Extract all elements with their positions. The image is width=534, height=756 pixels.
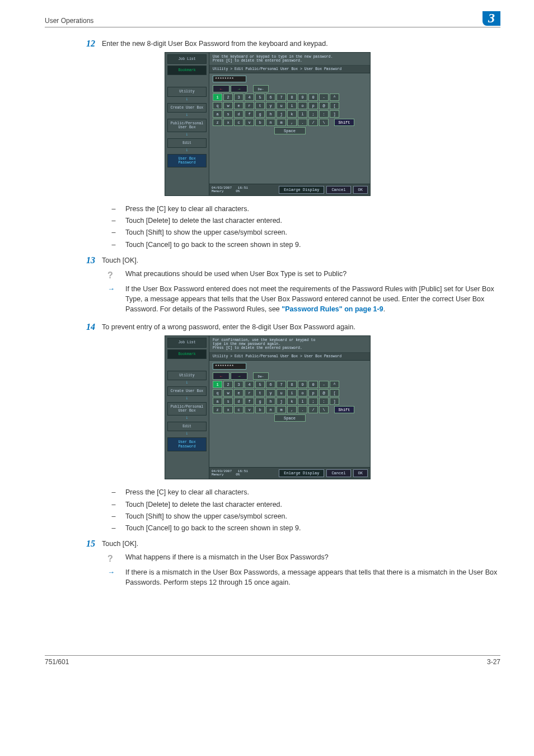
key[interactable]: ] (330, 398, 339, 405)
key[interactable]: x (223, 406, 233, 413)
key-right-arrow[interactable]: → (231, 85, 247, 92)
key[interactable]: \ (319, 406, 329, 413)
key[interactable]: ; (308, 110, 318, 118)
key[interactable]: 2 (223, 94, 233, 101)
key[interactable]: 7 (277, 94, 286, 101)
key[interactable]: 1 (213, 381, 222, 388)
crumb-public-personal[interactable]: Public/Personal User Box (167, 119, 207, 132)
key[interactable]: l (298, 398, 307, 405)
key[interactable]: r (245, 389, 254, 396)
key[interactable]: ^ (330, 381, 339, 388)
key[interactable]: o (298, 102, 307, 109)
crumb-utility[interactable]: Utility (167, 371, 207, 380)
ok-button[interactable]: OK (353, 186, 368, 194)
key[interactable]: \ (319, 119, 329, 126)
key[interactable]: 7 (277, 381, 286, 388)
key-shift[interactable]: Shift (334, 406, 354, 413)
key[interactable]: 9 (298, 381, 307, 388)
key[interactable]: @ (319, 389, 329, 396)
key[interactable]: 5 (255, 381, 265, 388)
key[interactable]: v (245, 119, 254, 126)
key[interactable]: j (277, 110, 286, 118)
key[interactable]: [ (330, 389, 339, 396)
key[interactable]: q (213, 389, 222, 396)
key[interactable]: : (319, 398, 329, 405)
key[interactable]: w (223, 389, 233, 396)
key[interactable]: - (319, 94, 329, 101)
key[interactable]: v (245, 406, 254, 413)
cancel-button[interactable]: Cancel (326, 186, 350, 194)
enlarge-display-button[interactable]: Enlarge Display (279, 469, 324, 477)
key[interactable]: k (287, 110, 297, 118)
key[interactable]: l (298, 110, 307, 118)
key-shift[interactable]: Shift (334, 119, 354, 126)
crumb-edit[interactable]: Edit (167, 422, 207, 431)
key[interactable]: i (287, 102, 297, 109)
key[interactable]: g (255, 398, 265, 405)
tab-job-list[interactable]: Job List (167, 338, 207, 347)
key[interactable]: a (213, 110, 222, 118)
key[interactable]: ; (308, 398, 318, 405)
crumb-create-user-box[interactable]: Create User Box (167, 103, 207, 113)
key[interactable]: - (319, 381, 329, 388)
key[interactable]: 0 (308, 381, 318, 388)
key[interactable]: m (277, 406, 286, 413)
key[interactable]: z (213, 119, 222, 126)
key[interactable]: y (266, 389, 275, 396)
key[interactable]: w (223, 102, 233, 109)
key[interactable]: c (234, 119, 243, 126)
key[interactable]: . (298, 119, 307, 126)
crumb-user-box-password[interactable]: User Box Password (167, 437, 207, 451)
key[interactable]: t (255, 102, 265, 109)
tab-bookmark[interactable]: Bookmark (167, 349, 207, 359)
key[interactable]: e (234, 389, 243, 396)
key[interactable]: 4 (245, 381, 254, 388)
key[interactable]: @ (319, 102, 329, 109)
cancel-button[interactable]: Cancel (326, 469, 350, 477)
key[interactable]: s (223, 398, 233, 405)
key[interactable]: 3 (234, 381, 243, 388)
crumb-edit[interactable]: Edit (167, 138, 207, 148)
key[interactable]: u (277, 102, 286, 109)
key[interactable]: y (266, 102, 275, 109)
key[interactable]: p (308, 102, 318, 109)
tab-bookmark[interactable]: Bookmark (167, 66, 207, 75)
key-delete[interactable]: De- lete (253, 372, 269, 380)
key-space[interactable]: Space (274, 127, 306, 134)
password-rules-link[interactable]: "Password Rules" on page 1-9 (282, 305, 383, 313)
key[interactable]: a (213, 398, 222, 405)
key[interactable]: n (266, 406, 275, 413)
crumb-create-user-box[interactable]: Create User Box (167, 386, 207, 396)
key[interactable]: 9 (298, 94, 307, 101)
key[interactable]: ^ (330, 94, 339, 101)
key[interactable]: k (287, 398, 297, 405)
key[interactable]: n (266, 119, 275, 126)
key[interactable]: p (308, 389, 318, 396)
key[interactable]: c (234, 406, 243, 413)
crumb-utility[interactable]: Utility (167, 87, 207, 96)
key[interactable]: , (287, 119, 297, 126)
key-space[interactable]: Space (274, 414, 306, 422)
key[interactable]: : (319, 110, 329, 118)
key-delete[interactable]: De- lete (253, 85, 269, 92)
key[interactable]: 8 (287, 94, 297, 101)
password-input[interactable]: ******** (213, 76, 246, 82)
key[interactable]: h (266, 110, 275, 118)
key[interactable]: / (308, 406, 318, 413)
key[interactable]: o (298, 389, 307, 396)
crumb-user-box-password[interactable]: User Box Password (167, 154, 207, 167)
key-right-arrow[interactable]: → (231, 372, 247, 380)
key[interactable]: f (245, 398, 254, 405)
key-left-arrow[interactable]: ← (213, 372, 229, 380)
key[interactable]: 6 (266, 94, 275, 101)
key[interactable]: 2 (223, 381, 233, 388)
key[interactable]: ] (330, 110, 339, 118)
key[interactable]: e (234, 102, 243, 109)
key-left-arrow[interactable]: ← (213, 85, 229, 92)
key[interactable]: u (277, 389, 286, 396)
tab-job-list[interactable]: Job List (167, 54, 207, 64)
enlarge-display-button[interactable]: Enlarge Display (279, 186, 324, 194)
key[interactable]: . (298, 406, 307, 413)
key[interactable]: f (245, 110, 254, 118)
key[interactable]: i (287, 389, 297, 396)
